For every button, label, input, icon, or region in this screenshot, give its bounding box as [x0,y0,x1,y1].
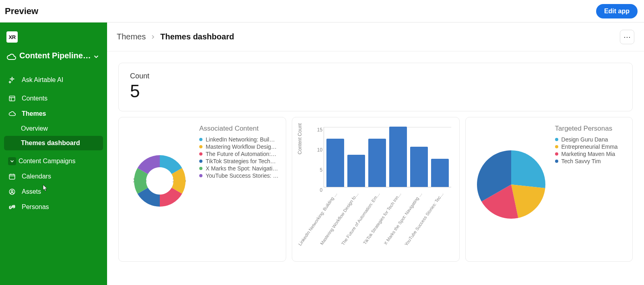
legend-item[interactable]: Marketing Maven Mia [555,150,618,158]
legend-label: Tech Savvy Tim [561,158,601,164]
svg-rect-1 [9,174,15,179]
preview-topbar: Preview Edit app [0,0,644,23]
donut-chart: 16.7%16.7%16.7%16.7%16.7%16.7% [128,149,192,213]
bar-chart-card: Content Count 051015 LinkedIn Networking… [292,117,459,262]
pie-chart-card: 26.7%20.0%20.0%33.3% Targeted Personas D… [465,117,633,262]
chevron-right-icon [150,34,156,40]
sidebar-item-assets[interactable]: Assets [4,184,103,199]
legend-label: TikTok Strategies for Tech… [206,158,276,164]
sidebar: XR Content Pipeline… Ask Airtable AI Con… [0,23,107,285]
bar[interactable] [389,127,407,187]
donut-legend: Associated Content LinkedIn Networking: … [199,125,279,179]
workspace-logo-text: XR [8,34,15,40]
grid-icon [8,94,16,103]
ellipsis-icon: ⋯ [623,33,631,41]
svg-rect-0 [9,96,15,101]
legend-color-dot [199,152,202,156]
legend-item[interactable]: YouTube Success Stories: … [199,172,279,179]
x-tick-label: TikTok Strategies for Tech Inn… [362,191,402,245]
bar[interactable] [410,147,428,187]
legend-label: Mastering Workflow Desig… [206,144,277,150]
more-options-button[interactable]: ⋯ [620,30,634,44]
legend-color-dot [199,138,202,141]
breadcrumb: Themes Themes dashboard [117,32,234,41]
legend-color-dot [199,160,202,163]
infinity-icon [8,203,16,211]
legend-list: LinkedIn Networking: Buil…Mastering Work… [199,136,279,179]
bar[interactable] [347,155,365,187]
legend-label: YouTube Success Stories: … [206,172,279,179]
bar[interactable] [326,139,344,187]
legend-item[interactable]: Entrepreneurial Emma [555,143,618,150]
sidebar-item-label: Assets [22,188,41,195]
sidebar-item-overview[interactable]: Overview [4,121,103,136]
bar[interactable] [368,139,386,187]
legend-color-dot [555,145,558,148]
pie-slice[interactable] [511,150,545,188]
legend-color-dot [555,138,558,141]
sidebar-item-contents[interactable]: Contents [4,91,103,106]
legend-item[interactable]: Tech Savvy Tim [555,158,618,165]
y-tick: 5 [313,167,322,173]
count-label: Count [130,72,621,80]
cloud-icon [6,52,16,64]
sidebar-item-content-campaigns[interactable]: Content Campaigns [4,154,103,169]
legend-item[interactable]: Mastering Workflow Desig… [199,143,279,150]
edit-app-button[interactable]: Edit app [596,4,638,18]
bar-plot-area: 051015 [324,127,451,187]
donut-chart-card: 16.7%16.7%16.7%16.7%16.7%16.7% Associate… [118,117,286,262]
sidebar-item-label: Ask Airtable AI [22,76,63,84]
legend-color-dot [199,167,202,170]
sidebar-item-themes-dashboard[interactable]: Themes dashboard [4,136,103,150]
sidebar-item-calendars[interactable]: Calendars [4,169,103,184]
legend-item[interactable]: X Marks the Spot: Navigati… [199,165,279,172]
pie-chart: 26.7%20.0%20.0%33.3% [473,146,549,223]
legend-label: The Future of Automation:… [206,151,277,157]
dashboard-content: Count 5 16.7%16.7%16.7%16.7%16.7%16.7% A… [107,51,644,285]
sidebar-nav: Ask Airtable AI Contents Themes Overview… [4,72,103,215]
bar[interactable] [431,159,449,187]
sidebar-item-personas[interactable]: Personas [4,199,103,215]
sidebar-item-label: Personas [22,203,49,211]
chart-row: 16.7%16.7%16.7%16.7%16.7%16.7% Associate… [118,117,633,262]
breadcrumb-item[interactable]: Themes [117,32,146,41]
chevron-down-icon [8,157,16,165]
workspace-logo[interactable]: XR [6,31,18,43]
calendar-icon [8,172,16,180]
sidebar-item-label: Contents [22,95,47,102]
workspace-switcher[interactable]: Content Pipeline… [4,48,103,71]
sidebar-item-themes[interactable]: Themes [4,106,103,121]
sidebar-item-ask-ai[interactable]: Ask Airtable AI [4,72,103,88]
circle-user-icon [8,188,16,196]
sidebar-item-label: Calendars [22,173,51,180]
chevron-down-icon [93,53,101,62]
legend-item[interactable]: TikTok Strategies for Tech… [199,158,279,165]
x-tick-label: LinkedIn Networking: Building … [297,191,338,246]
y-axis-label: Content Count [297,123,303,154]
x-tick-label: YouTube Success Stories: Tec… [404,191,444,246]
sidebar-item-label: Themes dashboard [21,139,80,147]
legend-item[interactable]: Design Guru Dana [555,136,618,143]
preview-title: Preview [5,6,38,16]
y-tick: 15 [313,127,322,133]
sparkle-icon [8,76,16,84]
app-frame: XR Content Pipeline… Ask Airtable AI Con… [0,23,644,285]
y-tick: 0 [313,187,322,193]
legend-color-dot [199,174,202,177]
chart-title: Associated Content [199,125,279,133]
breadcrumb-item-active[interactable]: Themes dashboard [160,32,234,41]
count-card: Count 5 [118,63,633,111]
legend-color-dot [555,160,558,163]
legend-label: Design Guru Dana [561,136,608,143]
legend-color-dot [199,145,202,148]
bar-chart: Content Count 051015 LinkedIn Networking… [299,125,452,249]
workspace-title: Content Pipeline… [19,51,93,61]
legend-label: Entrepreneurial Emma [561,144,618,150]
x-tick-label: Mastering Workflow Design fo… [319,191,359,246]
count-value: 5 [130,81,621,101]
y-tick: 10 [313,147,322,153]
legend-item[interactable]: LinkedIn Networking: Buil… [199,136,279,143]
legend-color-dot [555,152,558,156]
sidebar-item-label: Themes [22,110,46,117]
legend-item[interactable]: The Future of Automation:… [199,150,279,158]
